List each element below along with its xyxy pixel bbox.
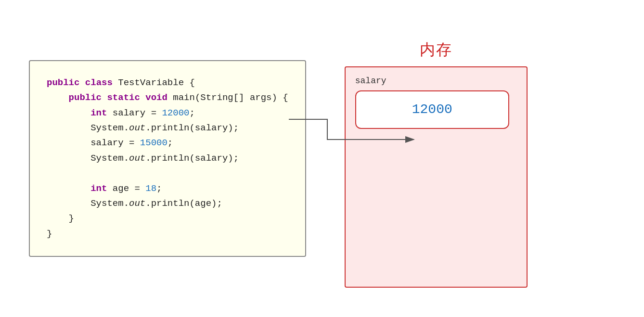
code-line-3: int salary = 12000; (47, 106, 288, 121)
indent4: salary = (47, 138, 140, 148)
age-assign: age = (113, 183, 145, 194)
memory-box: salary 12000 (345, 66, 528, 288)
salary-assign: salary = (113, 108, 162, 118)
memory-value-box: 12000 (355, 90, 509, 129)
code-block: public class TestVariable { public stati… (29, 60, 306, 257)
code-line-5: salary = 15000; (47, 136, 288, 151)
code-line-6: System.out.println(salary); (47, 151, 288, 166)
memory-section: 内存 salary 12000 (345, 39, 528, 288)
indent7: System. (47, 198, 129, 209)
indent (47, 92, 69, 103)
memory-var-label: salary (355, 76, 517, 86)
semicolon2: ; (167, 138, 173, 148)
value-15000: 15000 (140, 138, 167, 148)
main-container: public class TestVariable { public stati… (0, 0, 644, 317)
keyword-int2: int (90, 183, 113, 194)
semicolon1: ; (189, 108, 194, 118)
keyword-public: public (47, 77, 85, 88)
indent6 (47, 183, 90, 194)
closing-brace2: } (47, 228, 52, 239)
indent3: System. (47, 123, 129, 133)
class-name: TestVariable { (118, 77, 195, 88)
println3: .println(age); (145, 198, 222, 209)
keyword-void: void (145, 92, 173, 103)
code-line-10: } (47, 211, 288, 226)
closing-brace1: } (47, 213, 74, 224)
semicolon3: ; (156, 183, 162, 194)
memory-value: 12000 (412, 102, 452, 117)
code-line-4: System.out.println(salary); (47, 121, 288, 136)
main-sig: main(String[] args) { (173, 92, 288, 103)
code-line-2: public static void main(String[] args) { (47, 90, 288, 105)
out-italic1: out (129, 123, 145, 133)
keyword-int1: int (90, 108, 113, 118)
value-12000: 12000 (162, 108, 189, 118)
keyword-class: class (85, 77, 118, 88)
println2: .println(salary); (145, 153, 239, 164)
out-italic2: out (129, 153, 145, 164)
println1: .println(salary); (145, 123, 239, 133)
indent5: System. (47, 153, 129, 164)
out-italic3: out (129, 198, 145, 209)
keyword-public2: public (69, 92, 107, 103)
indent2 (47, 108, 90, 118)
value-18: 18 (145, 183, 156, 194)
keyword-static: static (107, 92, 145, 103)
code-line-7 (47, 166, 288, 181)
code-line-8: int age = 18; (47, 181, 288, 196)
code-line-11: } (47, 227, 288, 241)
memory-title: 内存 (420, 39, 452, 61)
code-line-1: public class TestVariable { (47, 76, 288, 90)
code-line-9: System.out.println(age); (47, 196, 288, 211)
